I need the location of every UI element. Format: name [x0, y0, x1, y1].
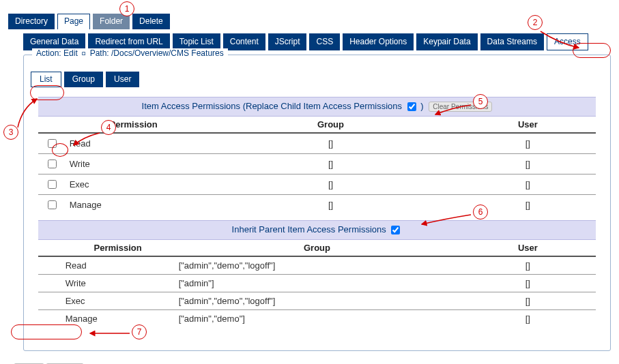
perm-user: [] — [459, 292, 596, 310]
perm-row-checkbox[interactable] — [48, 139, 57, 148]
perm-user: [] — [459, 256, 596, 275]
perm-user: [] — [459, 275, 596, 292]
item-access-title: Item Access Permissions (Replace Child I… — [142, 101, 402, 111]
tab-delete[interactable]: Delete — [132, 14, 170, 29]
table-row: Read ["admin","demo","logoff"] [] — [38, 256, 596, 275]
path-label: Path: — [90, 48, 109, 58]
perm-name: Write — [66, 154, 202, 175]
table-row: Manage ["admin","demo"] [] — [38, 310, 596, 328]
access-panel: Action: Edit ▫ Path: /Docs/Overview/CMS … — [23, 55, 611, 351]
legend-separator: ▫ — [80, 48, 87, 58]
perm-name: Manage — [38, 310, 175, 328]
action-label: Action: — [36, 48, 61, 58]
tab-keypair-data[interactable]: Keypair Data — [416, 33, 477, 50]
tab-folder[interactable]: Folder — [93, 14, 130, 29]
inherit-parent-checkbox[interactable] — [391, 226, 400, 234]
col-group: Group — [175, 240, 460, 257]
inner-tab-row: List Group User — [31, 72, 605, 87]
clear-permissions-button[interactable]: Clear Permissions — [429, 102, 492, 112]
perm-name: Manage — [66, 195, 202, 215]
panel-legend: Action: Edit ▫ Path: /Docs/Overview/CMS … — [32, 48, 228, 58]
action-value: Edit — [63, 48, 78, 58]
col-group: Group — [202, 117, 460, 134]
table-row: Exec [] [] — [38, 175, 596, 195]
perm-user: [] — [459, 310, 596, 328]
tab-access[interactable]: Access — [547, 33, 588, 50]
replace-child-checkbox[interactable] — [407, 102, 416, 111]
perm-user: [] — [459, 175, 596, 195]
perm-group: [] — [202, 133, 460, 154]
col-user: User — [459, 117, 596, 134]
perm-name: Read — [38, 256, 175, 275]
table-row: Write ["admin"] [] — [38, 275, 596, 292]
tab-directory[interactable]: Directory — [8, 14, 55, 29]
perm-group: [] — [202, 175, 460, 195]
perm-row-checkbox[interactable] — [48, 160, 57, 168]
perm-user: [] — [459, 195, 596, 215]
table-row: Read [] [] — [38, 133, 596, 154]
table-row: Manage [] [] — [38, 195, 596, 215]
perm-group: [] — [202, 195, 460, 215]
inherit-parent-table: Inherit Parent Item Access Permissions P… — [38, 220, 596, 327]
perm-name: Read — [66, 133, 202, 154]
item-access-table: Item Access Permissions (Replace Child I… — [38, 97, 596, 215]
perm-name: Exec — [66, 175, 202, 195]
col-permission: Permission — [66, 117, 202, 134]
perm-name: Write — [38, 275, 175, 292]
inner-tab-user[interactable]: User — [106, 72, 139, 87]
tab-jscript[interactable]: JScript — [268, 33, 307, 50]
tab-css[interactable]: CSS — [309, 33, 340, 50]
col-permission: Permission — [38, 240, 175, 257]
inner-tab-list[interactable]: List — [31, 72, 61, 87]
perm-name: Exec — [38, 292, 175, 310]
tab-page[interactable]: Page — [57, 14, 90, 29]
perm-group: ["admin"] — [175, 275, 460, 292]
item-access-title-end: ) — [420, 101, 423, 111]
callout-3: 3 — [3, 125, 18, 140]
perm-group: [] — [202, 154, 460, 175]
perm-row-checkbox[interactable] — [48, 200, 57, 209]
perm-group: ["admin","demo","logoff"] — [175, 256, 460, 275]
table-row: Exec ["admin","demo","logoff"] [] — [38, 292, 596, 310]
inner-tab-group[interactable]: Group — [64, 72, 103, 87]
primary-tab-row: Directory Page Folder Delete — [8, 14, 611, 29]
tab-header-options[interactable]: Header Options — [343, 33, 414, 50]
perm-group: ["admin","demo","logoff"] — [175, 292, 460, 310]
col-user: User — [459, 240, 596, 257]
perm-group: ["admin","demo"] — [175, 310, 460, 328]
perm-user: [] — [459, 154, 596, 175]
perm-row-checkbox[interactable] — [48, 180, 57, 189]
inherit-title: Inherit Parent Item Access Permissions — [232, 224, 386, 234]
table-row: Write [] [] — [38, 154, 596, 175]
tab-content[interactable]: Content — [223, 33, 265, 50]
perm-user: [] — [459, 133, 596, 154]
tab-data-streams[interactable]: Data Streams — [480, 33, 544, 50]
path-value: /Docs/Overview/CMS Features — [111, 48, 224, 58]
